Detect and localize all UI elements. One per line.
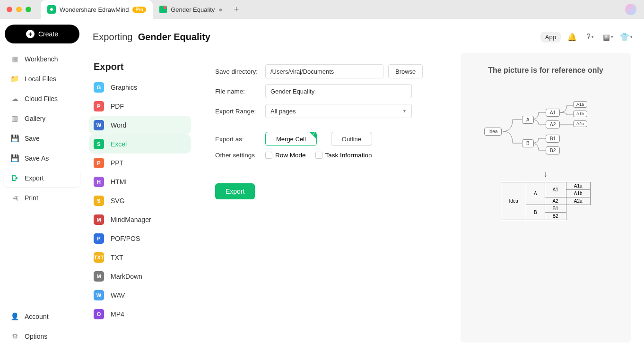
format-icon: S (94, 139, 104, 149)
sidebar-item-workbench[interactable]: ▦Workbench (4, 50, 80, 68)
sidebar: + Create ▦Workbench 📁Local Files ☁Cloud … (0, 19, 84, 351)
sidebar-item-cloud-files[interactable]: ☁Cloud Files (4, 90, 80, 108)
title-bar: Wondershare EdrawMind Pro Gender Equalit… (0, 0, 644, 19)
format-icon: S (94, 196, 104, 206)
save-directory-input[interactable] (265, 64, 383, 78)
format-mindmanager[interactable]: MMindManager (89, 210, 191, 229)
browse-button[interactable]: Browse (388, 64, 423, 78)
folder-icon: 📁 (10, 75, 19, 83)
format-icon: P (94, 158, 104, 168)
format-ppt[interactable]: PPPT (89, 154, 191, 172)
tab-label: Gender Equality (171, 6, 215, 13)
account-icon: 👤 (10, 312, 19, 321)
page-header: Exporting Gender Equality App 🔔 ?▾ ▦▾ 👕▾ (84, 27, 644, 46)
tab-label: Wondershare EdrawMind (60, 6, 129, 13)
sidebar-item-label: Account (25, 313, 49, 320)
sidebar-item-save-as[interactable]: 💾Save As (4, 149, 80, 167)
sidebar-item-label: Workbench (25, 55, 58, 63)
sidebar-item-label: Print (25, 194, 38, 202)
theme-icon[interactable]: 👕▾ (619, 30, 633, 43)
format-svg[interactable]: SSVG (89, 191, 191, 210)
merge-cell-option[interactable]: Merge Cell (265, 132, 317, 146)
format-excel[interactable]: SExcel (89, 135, 191, 154)
format-html[interactable]: HHTML (89, 172, 191, 191)
tab-app-home[interactable]: Wondershare EdrawMind Pro (41, 0, 153, 19)
main-area: Exporting Gender Equality App 🔔 ?▾ ▦▾ 👕▾… (84, 19, 644, 351)
grid-icon[interactable]: ▦▾ (601, 30, 615, 43)
task-info-label: Task Information (325, 152, 372, 159)
row-mode-label: Row Mode (275, 152, 306, 159)
sidebar-item-gallery[interactable]: ▥Gallery (4, 110, 80, 128)
export-range-label: Export Range: (215, 108, 261, 115)
preview-caption: The picture is for reference only (470, 66, 621, 75)
format-label: SVG (111, 197, 125, 205)
format-txt[interactable]: TXTTXT (89, 248, 191, 267)
app-pill[interactable]: App (540, 32, 561, 43)
other-settings-label: Other settings (215, 152, 261, 159)
format-mp4[interactable]: OMP4 (89, 305, 191, 324)
create-button[interactable]: + Create (5, 25, 79, 43)
gallery-icon: ▥ (10, 114, 19, 123)
document-icon (159, 6, 167, 13)
format-icon: H (94, 177, 104, 187)
tab-document[interactable]: Gender Equality ● (153, 0, 229, 19)
format-pdf[interactable]: PPDF (89, 97, 191, 116)
bell-icon[interactable]: 🔔 (566, 30, 579, 43)
select-value: All pages (270, 108, 296, 115)
cloud-icon: ☁ (10, 94, 19, 103)
export-button[interactable]: Export (215, 183, 255, 199)
create-label: Create (38, 30, 58, 38)
pro-badge: Pro (132, 7, 146, 13)
format-label: Graphics (111, 84, 137, 91)
format-icon: G (94, 82, 104, 93)
arrow-down-icon: ↓ (470, 169, 621, 179)
sidebar-item-save[interactable]: 💾Save (4, 129, 80, 147)
save-directory-label: Save directory: (215, 68, 261, 75)
mindmap-diagram: Idea A B A1 A2 B1 B2 A1a A1b A2a (479, 98, 612, 164)
format-word[interactable]: WWord (89, 116, 191, 135)
merge-cell-table: IdeaAA1A1a A1b A2A2a BB1 B2 (501, 182, 590, 220)
svg-point-2 (164, 6, 166, 9)
row-mode-checkbox[interactable] (265, 152, 272, 159)
format-icon: M (94, 271, 104, 282)
format-label: MindManager (111, 216, 151, 223)
print-icon: 🖨 (10, 194, 19, 202)
preview-panel: The picture is for reference only Idea (461, 53, 631, 342)
export-format-panel: Export GGraphicsPPDFWWordSExcelPPPTHHTML… (84, 53, 196, 342)
sidebar-item-account[interactable]: 👤Account (4, 308, 80, 325)
maximize-window-icon[interactable] (26, 7, 31, 12)
sidebar-item-local-files[interactable]: 📁Local Files (4, 70, 80, 88)
format-label: MP4 (111, 310, 124, 318)
format-icon: P (94, 233, 104, 244)
export-settings-form: Save directory: Browse File name: Export… (196, 53, 451, 342)
format-label: Word (111, 121, 126, 129)
outline-option[interactable]: Outline (331, 132, 372, 146)
app-logo-icon (47, 5, 56, 14)
sidebar-item-label: Options (25, 333, 47, 340)
format-markdown[interactable]: MMarkDown (89, 267, 191, 286)
format-label: HTML (111, 178, 129, 186)
close-window-icon[interactable] (7, 7, 12, 12)
user-avatar[interactable] (625, 4, 636, 15)
export-range-select[interactable]: All pages ▼ (265, 104, 412, 118)
gear-icon: ⚙ (10, 332, 19, 341)
minimize-window-icon[interactable] (16, 7, 22, 12)
task-info-checkbox[interactable] (315, 152, 322, 159)
format-pofpos[interactable]: PPOF/POS (89, 229, 191, 248)
new-tab-button[interactable]: + (229, 5, 244, 15)
sidebar-item-export[interactable]: Export (4, 169, 80, 187)
format-label: WAV (111, 291, 125, 299)
format-icon: TXT (94, 252, 104, 263)
format-label: MarkDown (111, 273, 142, 280)
sidebar-item-print[interactable]: 🖨Print (4, 189, 80, 207)
sidebar-item-options[interactable]: ⚙Options (4, 327, 80, 345)
sidebar-item-label: Save As (25, 154, 49, 162)
help-icon[interactable]: ?▾ (583, 30, 597, 43)
save-as-icon: 💾 (10, 154, 19, 163)
format-label: POF/POS (111, 235, 140, 242)
format-graphics[interactable]: GGraphics (89, 78, 191, 97)
save-icon: 💾 (10, 134, 19, 143)
file-name-input[interactable] (265, 84, 412, 98)
export-as-label: Export as: (215, 136, 261, 143)
format-wav[interactable]: WWAV (89, 286, 191, 305)
